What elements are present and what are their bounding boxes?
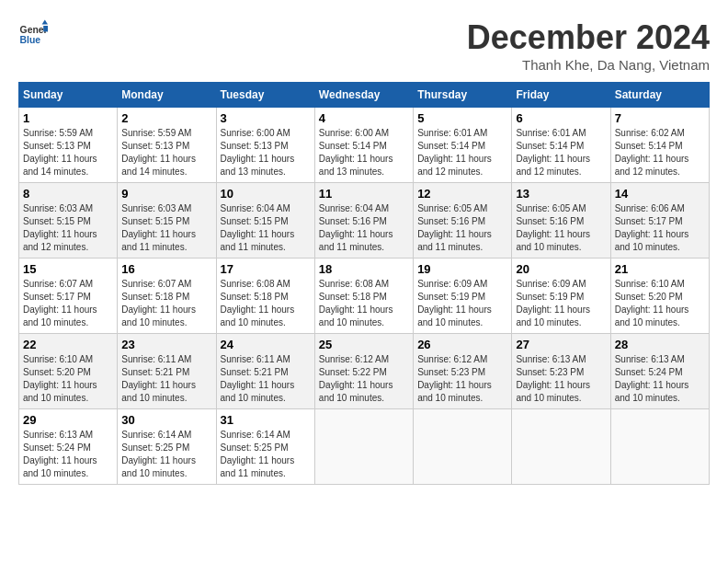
calendar-week-5: 29Sunrise: 6:13 AM Sunset: 5:24 PM Dayli…	[19, 409, 710, 485]
day-number: 6	[516, 111, 606, 125]
day-number: 4	[319, 111, 409, 125]
table-row: 12Sunrise: 6:05 AM Sunset: 5:16 PM Dayli…	[414, 183, 512, 259]
day-number: 24	[221, 338, 311, 351]
col-monday: Monday	[118, 83, 216, 108]
day-number: 26	[417, 338, 507, 351]
table-row: 18Sunrise: 6:08 AM Sunset: 5:18 PM Dayli…	[314, 259, 413, 334]
day-number: 23	[121, 338, 211, 351]
col-wednesday: Wednesday	[314, 83, 413, 108]
logo: General Blue	[18, 18, 51, 48]
table-row: 6Sunrise: 6:01 AM Sunset: 5:14 PM Daylig…	[512, 108, 610, 183]
day-info: Sunrise: 6:00 AM Sunset: 5:14 PM Dayligh…	[319, 127, 409, 178]
svg-marker-2	[42, 20, 48, 25]
table-row: 14Sunrise: 6:06 AM Sunset: 5:17 PM Dayli…	[610, 183, 709, 259]
col-tuesday: Tuesday	[216, 83, 314, 108]
table-row: 27Sunrise: 6:13 AM Sunset: 5:23 PM Dayli…	[512, 334, 610, 409]
day-number: 3	[221, 111, 311, 125]
calendar-table: Sunday Monday Tuesday Wednesday Thursday…	[18, 82, 710, 485]
svg-text:Blue: Blue	[20, 35, 41, 45]
day-info: Sunrise: 6:05 AM Sunset: 5:16 PM Dayligh…	[417, 202, 507, 254]
day-number: 9	[121, 187, 211, 201]
day-number: 29	[23, 413, 113, 427]
table-row: 16Sunrise: 6:07 AM Sunset: 5:18 PM Dayli…	[118, 259, 216, 334]
day-info: Sunrise: 6:01 AM Sunset: 5:14 PM Dayligh…	[417, 127, 507, 178]
day-info: Sunrise: 6:02 AM Sunset: 5:14 PM Dayligh…	[615, 127, 705, 178]
col-friday: Friday	[512, 83, 610, 108]
svg-marker-3	[43, 26, 48, 31]
day-number: 30	[121, 413, 211, 427]
day-number: 11	[319, 187, 409, 201]
table-row	[512, 409, 610, 485]
table-row: 2Sunrise: 5:59 AM Sunset: 5:13 PM Daylig…	[118, 108, 216, 183]
day-info: Sunrise: 6:08 AM Sunset: 5:18 PM Dayligh…	[319, 278, 409, 329]
day-number: 20	[516, 262, 606, 276]
day-info: Sunrise: 6:14 AM Sunset: 5:25 PM Dayligh…	[121, 429, 211, 480]
table-row	[314, 409, 413, 485]
calendar-week-4: 22Sunrise: 6:10 AM Sunset: 5:20 PM Dayli…	[19, 334, 710, 409]
day-number: 5	[417, 111, 507, 125]
day-info: Sunrise: 6:11 AM Sunset: 5:21 PM Dayligh…	[221, 353, 311, 405]
col-thursday: Thursday	[414, 83, 512, 108]
day-info: Sunrise: 6:04 AM Sunset: 5:15 PM Dayligh…	[221, 202, 311, 254]
day-info: Sunrise: 6:13 AM Sunset: 5:24 PM Dayligh…	[615, 353, 705, 405]
day-number: 27	[516, 338, 606, 351]
page-header: General Blue December 2024 Thanh Khe, Da…	[18, 18, 710, 73]
day-info: Sunrise: 6:05 AM Sunset: 5:16 PM Dayligh…	[516, 202, 606, 254]
table-row: 19Sunrise: 6:09 AM Sunset: 5:19 PM Dayli…	[414, 259, 512, 334]
table-row: 30Sunrise: 6:14 AM Sunset: 5:25 PM Dayli…	[118, 409, 216, 485]
table-row: 31Sunrise: 6:14 AM Sunset: 5:25 PM Dayli…	[216, 409, 314, 485]
day-number: 10	[221, 187, 311, 201]
day-number: 21	[615, 262, 705, 276]
logo-icon: General Blue	[18, 18, 48, 48]
day-info: Sunrise: 6:10 AM Sunset: 5:20 PM Dayligh…	[615, 278, 705, 329]
calendar-week-3: 15Sunrise: 6:07 AM Sunset: 5:17 PM Dayli…	[19, 259, 710, 334]
table-row: 3Sunrise: 6:00 AM Sunset: 5:13 PM Daylig…	[216, 108, 314, 183]
table-row	[610, 409, 709, 485]
table-row	[414, 409, 512, 485]
location: Thanh Khe, Da Nang, Vietnam	[467, 57, 710, 73]
table-row: 1Sunrise: 5:59 AM Sunset: 5:13 PM Daylig…	[19, 108, 118, 183]
day-number: 1	[23, 111, 113, 125]
table-row: 5Sunrise: 6:01 AM Sunset: 5:14 PM Daylig…	[414, 108, 512, 183]
day-info: Sunrise: 6:03 AM Sunset: 5:15 PM Dayligh…	[121, 202, 211, 254]
day-info: Sunrise: 5:59 AM Sunset: 5:13 PM Dayligh…	[23, 127, 113, 178]
day-info: Sunrise: 6:07 AM Sunset: 5:17 PM Dayligh…	[23, 278, 113, 329]
day-info: Sunrise: 6:09 AM Sunset: 5:19 PM Dayligh…	[417, 278, 507, 329]
day-info: Sunrise: 6:13 AM Sunset: 5:23 PM Dayligh…	[516, 353, 606, 405]
day-number: 14	[615, 187, 705, 201]
table-row: 4Sunrise: 6:00 AM Sunset: 5:14 PM Daylig…	[314, 108, 413, 183]
table-row: 26Sunrise: 6:12 AM Sunset: 5:23 PM Dayli…	[414, 334, 512, 409]
day-info: Sunrise: 6:07 AM Sunset: 5:18 PM Dayligh…	[121, 278, 211, 329]
table-row: 24Sunrise: 6:11 AM Sunset: 5:21 PM Dayli…	[216, 334, 314, 409]
day-info: Sunrise: 6:06 AM Sunset: 5:17 PM Dayligh…	[615, 202, 705, 254]
day-number: 31	[221, 413, 311, 427]
day-info: Sunrise: 6:04 AM Sunset: 5:16 PM Dayligh…	[319, 202, 409, 254]
day-info: Sunrise: 6:00 AM Sunset: 5:13 PM Dayligh…	[221, 127, 311, 178]
table-row: 29Sunrise: 6:13 AM Sunset: 5:24 PM Dayli…	[19, 409, 118, 485]
day-info: Sunrise: 6:12 AM Sunset: 5:23 PM Dayligh…	[417, 353, 507, 405]
table-row: 11Sunrise: 6:04 AM Sunset: 5:16 PM Dayli…	[314, 183, 413, 259]
day-number: 17	[221, 262, 311, 276]
day-number: 15	[23, 262, 113, 276]
day-number: 7	[615, 111, 705, 125]
day-info: Sunrise: 6:01 AM Sunset: 5:14 PM Dayligh…	[516, 127, 606, 178]
table-row: 21Sunrise: 6:10 AM Sunset: 5:20 PM Dayli…	[610, 259, 709, 334]
calendar-header-row: Sunday Monday Tuesday Wednesday Thursday…	[19, 83, 710, 108]
day-info: Sunrise: 6:09 AM Sunset: 5:19 PM Dayligh…	[516, 278, 606, 329]
table-row: 17Sunrise: 6:08 AM Sunset: 5:18 PM Dayli…	[216, 259, 314, 334]
calendar-week-1: 1Sunrise: 5:59 AM Sunset: 5:13 PM Daylig…	[19, 108, 710, 183]
calendar-week-2: 8Sunrise: 6:03 AM Sunset: 5:15 PM Daylig…	[19, 183, 710, 259]
day-number: 28	[615, 338, 705, 351]
day-number: 25	[319, 338, 409, 351]
day-info: Sunrise: 6:08 AM Sunset: 5:18 PM Dayligh…	[221, 278, 311, 329]
table-row: 7Sunrise: 6:02 AM Sunset: 5:14 PM Daylig…	[610, 108, 709, 183]
table-row: 10Sunrise: 6:04 AM Sunset: 5:15 PM Dayli…	[216, 183, 314, 259]
day-number: 2	[121, 111, 211, 125]
day-number: 8	[23, 187, 113, 201]
day-info: Sunrise: 6:14 AM Sunset: 5:25 PM Dayligh…	[221, 429, 311, 480]
month-title: December 2024	[467, 18, 710, 57]
day-info: Sunrise: 6:03 AM Sunset: 5:15 PM Dayligh…	[23, 202, 113, 254]
day-info: Sunrise: 6:10 AM Sunset: 5:20 PM Dayligh…	[23, 353, 113, 405]
table-row: 9Sunrise: 6:03 AM Sunset: 5:15 PM Daylig…	[118, 183, 216, 259]
table-row: 22Sunrise: 6:10 AM Sunset: 5:20 PM Dayli…	[19, 334, 118, 409]
